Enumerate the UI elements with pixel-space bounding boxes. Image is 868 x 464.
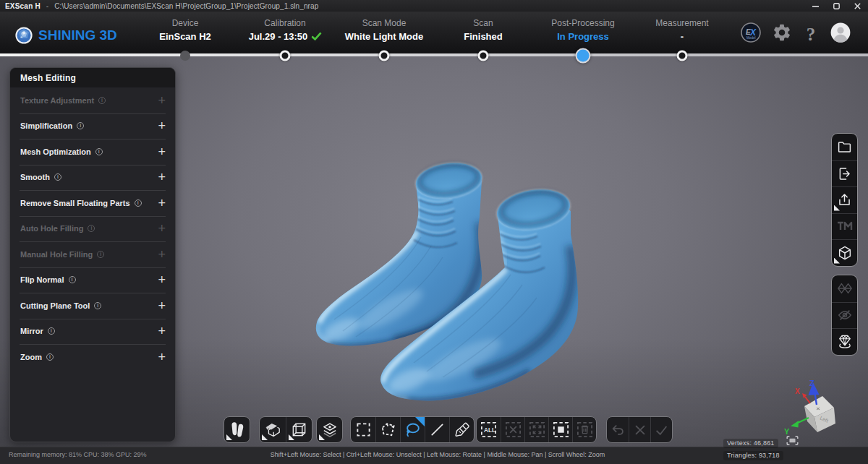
sidebar-item-auto-hole-filling[interactable]: Auto Hole Filling + [10,216,175,242]
brush-select-button[interactable] [449,417,474,442]
open-project-button[interactable] [832,134,857,160]
expand-plus-icon[interactable]: + [158,197,166,210]
info-icon[interactable] [94,302,101,309]
history-group [606,416,673,443]
delete-selected-button[interactable] [572,417,596,442]
viewport-3d[interactable]: Mesh Editing Texture Adjustment + Simpli… [0,56,868,447]
step-measurement[interactable]: Measurement - [655,18,708,42]
sidebar-item-remove-small-floating-parts[interactable]: Remove Small Floating Parts + [10,190,175,216]
confirm-button[interactable] [650,417,672,442]
line-select-button[interactable] [425,417,449,442]
expand-plus-icon[interactable]: + [158,325,166,338]
model-parts-group [224,416,250,443]
brand-name: SHINING 3D [38,27,117,43]
hide-data-button[interactable] [832,302,857,329]
progress-dot-scan-mode[interactable] [379,51,390,61]
sidebar-item-smooth[interactable]: Smooth + [10,165,175,191]
mesh-wireframe-button[interactable] [832,275,857,302]
info-icon[interactable] [48,327,55,335]
overlap-detection-button[interactable] [317,417,342,442]
expand-plus-icon[interactable]: + [158,351,166,364]
info-icon[interactable] [77,122,84,129]
rect-select-button[interactable] [351,417,375,442]
expand-plus-icon[interactable]: + [158,171,166,184]
triangle-count: Triangles: 93,718 [723,451,783,460]
info-icon[interactable] [88,225,95,232]
expand-plus-icon[interactable]: + [158,119,166,132]
box-cut-button[interactable] [286,417,312,442]
ex-model-badge-icon[interactable]: E X Model [741,22,761,46]
sidebar-item-mirror[interactable]: Mirror + [10,319,175,345]
select-connected-button[interactable] [548,417,572,442]
step-calibration-label: Calibration [249,18,322,28]
select-all-button[interactable]: ALL [477,417,501,442]
info-icon[interactable] [54,173,61,181]
sidebar-item-mesh-optimization[interactable]: Mesh Optimization + [10,139,175,165]
step-calibration-value: Jul.29 - 13:50 [249,31,322,42]
orientation-cube[interactable]: Left Z X Y [768,379,855,455]
expand-plus-icon[interactable]: + [158,145,166,158]
expand-selection-button[interactable] [524,417,548,442]
axis-y-label: Y [784,427,790,436]
step-calibration[interactable]: Calibration Jul.29 - 13:50 [249,18,322,42]
progress-dot-device[interactable] [180,51,190,61]
info-icon[interactable] [46,353,54,361]
help-icon[interactable]: ? [807,25,816,43]
texture-mapping-button[interactable] [832,213,857,240]
svg-text:Model: Model [746,36,756,40]
expand-plus-icon[interactable]: + [158,273,166,286]
rect-select-icon [355,421,372,438]
settings-gear-icon[interactable] [773,23,792,46]
triangle-count-label: Triangles: [727,452,757,459]
step-post-processing-label: Post-Processing [551,18,614,28]
step-post-processing[interactable]: Post-Processing In Progress [551,18,614,42]
mouse-hints: Shift+Left Mouse: Select | Ctrl+Left Mou… [271,447,605,462]
system-status: Remaining memory: 81% CPU: 38% GPU: 29% [9,447,147,462]
plane-cut-button[interactable] [260,417,286,442]
progress-dot-post-processing[interactable] [576,48,591,64]
info-icon[interactable] [95,148,103,155]
maximize-button[interactable] [826,0,847,12]
unselect-button[interactable] [501,417,524,442]
sidebar-item-zoom[interactable]: Zoom + [10,344,175,370]
lasso-select-button[interactable] [400,417,425,442]
close-button[interactable] [847,0,868,12]
select-all-icon: ALL [480,421,498,439]
brush-select-icon [454,421,471,438]
info-icon[interactable] [97,251,104,258]
item-label: Texture Adjustment [20,96,94,105]
info-icon[interactable] [69,276,76,283]
sidebar-item-simplification[interactable]: Simplification + [10,113,175,139]
sidebar-item-manual-hole-filling[interactable]: Manual Hole Filling + [10,241,175,267]
item-label: Manual Hole Filling [20,250,93,259]
undo-button[interactable] [607,417,629,442]
progress-dot-calibration[interactable] [280,51,291,61]
step-scan-mode[interactable]: Scan Mode White Light Mode [345,18,423,42]
model-cube-button[interactable] [832,239,857,266]
info-icon[interactable] [98,97,106,104]
export-file-button[interactable] [832,160,857,187]
sidebar-item-flip-normal[interactable]: Flip Normal + [10,267,175,293]
step-device[interactable]: Device EinScan H2 [159,18,211,42]
sidebar-item-cutting-plane-tool[interactable]: Cutting Plane Tool + [10,293,175,319]
progress-dot-scan[interactable] [478,51,489,61]
minimize-button[interactable] [805,0,826,12]
gem-quality-button[interactable] [832,328,857,355]
sidebar-item-texture-adjustment[interactable]: Texture Adjustment + [10,87,175,113]
expand-plus-icon[interactable]: + [158,299,166,312]
polygon-select-button[interactable] [375,417,400,442]
info-icon[interactable] [135,199,142,207]
axis-x: X [795,387,810,403]
fit-view-icon[interactable] [786,436,799,445]
axis-x-label: X [795,387,800,395]
expand-plus-icon[interactable]: + [158,94,166,107]
upload-share-button[interactable] [832,186,857,213]
cancel-button[interactable] [629,417,650,442]
progress-dot-measurement[interactable] [677,51,688,61]
step-scan[interactable]: Scan Finished [464,18,502,42]
account-avatar[interactable] [830,22,851,46]
axis-z-label: Z [809,379,814,387]
feet-model-button[interactable] [224,417,250,442]
expand-plus-icon[interactable]: + [158,222,166,235]
expand-plus-icon[interactable]: + [158,248,166,261]
